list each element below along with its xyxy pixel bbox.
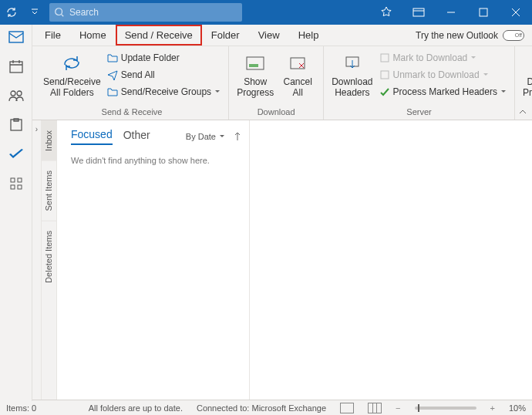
empty-list-message: We didn't find anything to show here. — [57, 151, 249, 165]
search-input[interactable] — [69, 7, 224, 18]
ribbon: Send/Receive All Folders Update Folder S… — [0, 46, 532, 120]
download-headers-icon — [343, 51, 362, 76]
minimize-button[interactable] — [435, 0, 467, 25]
process-marked-headers-button[interactable]: Process Marked Headers — [376, 83, 510, 100]
status-bar: Items: 0 All folders are up to date. Con… — [0, 400, 532, 415]
collapse-ribbon-button[interactable] — [518, 107, 527, 116]
coming-soon-icon[interactable] — [370, 0, 402, 25]
mark-icon — [379, 52, 390, 63]
pivot-focused[interactable]: Focused — [71, 128, 113, 145]
cancel-icon — [288, 51, 307, 76]
svg-point-0 — [56, 8, 62, 15]
ribbon-group-download: Show Progress Cancel All Download — [229, 46, 324, 120]
progress-icon — [245, 51, 265, 76]
send-all-button[interactable]: Send All — [104, 66, 224, 83]
folder-icon — [107, 86, 118, 97]
sync-icon — [60, 51, 83, 76]
download-headers-button[interactable]: Download Headers — [328, 49, 375, 100]
refresh-icon[interactable] — [0, 0, 23, 25]
zoom-level: 10% — [509, 403, 526, 413]
svg-rect-7 — [381, 54, 389, 62]
svg-rect-8 — [381, 71, 389, 79]
status-item-count: Items: 0 — [6, 403, 36, 413]
check-icon — [379, 86, 390, 97]
tab-folder[interactable]: Folder — [202, 25, 249, 46]
vtab-sent-items[interactable]: Sent Items — [42, 160, 56, 221]
title-bar — [0, 0, 532, 25]
message-list: Focused Other By Date We didn't find any… — [57, 120, 250, 400]
unmark-to-download-button: Unmark to Download — [376, 66, 510, 83]
reading-pane — [250, 120, 532, 400]
sort-button[interactable]: By Date — [186, 132, 241, 141]
rail-people-icon[interactable] — [5, 86, 27, 105]
chevron-down-icon — [483, 72, 489, 78]
ribbon-mode-icon[interactable] — [402, 0, 435, 25]
chevron-down-icon — [500, 89, 507, 95]
svg-rect-13 — [10, 62, 22, 73]
status-sync: All folders are up to date. — [89, 403, 183, 413]
tab-help[interactable]: Help — [289, 25, 328, 46]
tab-file[interactable]: File — [35, 25, 70, 46]
rail-mail-icon[interactable] — [5, 28, 27, 46]
svg-rect-1 — [413, 8, 424, 16]
tab-send-receive[interactable]: Send / Receive — [116, 25, 202, 46]
ribbon-group-server: Download Headers Mark to Download Unmark… — [324, 46, 515, 120]
send-receive-all-label: Send/Receive All Folders — [43, 77, 101, 99]
folder-refresh-icon — [107, 52, 118, 63]
chevron-down-icon — [214, 89, 221, 95]
svg-point-15 — [17, 91, 22, 96]
unmark-icon — [379, 69, 390, 80]
view-normal-button[interactable] — [340, 403, 354, 413]
vtab-inbox[interactable]: Inbox — [42, 120, 56, 160]
maximize-button[interactable] — [467, 0, 500, 25]
mark-to-download-button: Mark to Download — [376, 49, 510, 66]
zoom-slider[interactable] — [415, 407, 476, 410]
search-icon — [54, 7, 65, 18]
ribbon-group-send-receive: Send/Receive All Folders Update Folder S… — [35, 46, 229, 120]
tab-home[interactable]: Home — [70, 25, 116, 46]
download-preferences-button[interactable]: Download Preferences — [520, 49, 532, 106]
vtab-deleted-items[interactable]: Deleted Items — [42, 221, 56, 292]
tab-view[interactable]: View — [249, 25, 289, 46]
quick-access-dropdown[interactable] — [23, 0, 46, 25]
search-box[interactable] — [49, 3, 242, 22]
chevron-down-icon — [219, 133, 225, 140]
folder-pane-minimized: Inbox Sent Items Deleted Items — [42, 120, 57, 400]
close-button[interactable] — [500, 0, 532, 25]
send-receive-groups-button[interactable]: Send/Receive Groups — [104, 83, 224, 100]
show-progress-button[interactable]: Show Progress — [234, 49, 277, 100]
svg-rect-4 — [249, 64, 258, 67]
rail-calendar-icon[interactable] — [5, 57, 27, 76]
update-folder-button[interactable]: Update Folder — [104, 49, 224, 66]
folder-pane-expand[interactable]: › — [32, 120, 42, 400]
status-connection: Connected to: Microsoft Exchange — [197, 403, 326, 413]
try-new-outlook[interactable]: Try the new Outlook Off — [416, 25, 532, 46]
ribbon-group-label: Send & Receive — [40, 107, 224, 118]
pivot-other[interactable]: Other — [123, 129, 150, 144]
content-area: › Inbox Sent Items Deleted Items Focused… — [0, 120, 532, 400]
cancel-all-button[interactable]: Cancel All — [277, 49, 318, 100]
sort-arrow-icon — [234, 132, 241, 141]
view-reading-button[interactable] — [368, 403, 382, 413]
try-new-outlook-label: Try the new Outlook — [416, 30, 498, 41]
send-icon — [107, 69, 118, 80]
ribbon-tabs: File Home Send / Receive Folder View Hel… — [0, 25, 532, 46]
svg-rect-12 — [9, 32, 23, 42]
svg-rect-3 — [247, 57, 264, 69]
send-receive-all-button[interactable]: Send/Receive All Folders — [40, 49, 104, 100]
svg-rect-2 — [480, 8, 487, 16]
svg-point-14 — [11, 91, 15, 96]
chevron-down-icon — [470, 55, 476, 61]
try-new-outlook-toggle[interactable]: Off — [503, 30, 524, 41]
